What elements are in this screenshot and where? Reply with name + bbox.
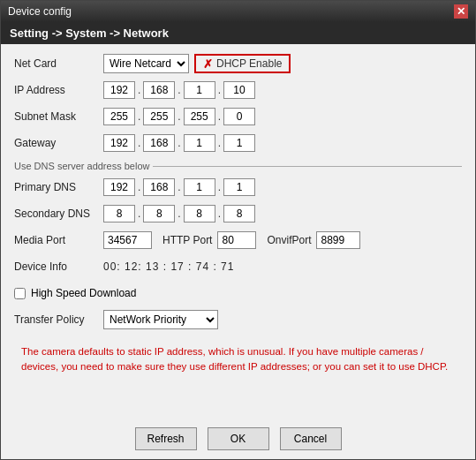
- primary-dns-fields: . . .: [103, 178, 255, 196]
- ip-address-fields: . . .: [103, 81, 255, 99]
- primary-dns-label: Primary DNS: [14, 181, 98, 193]
- device-info-value: 00: 12: 13 : 17 : 74 : 71: [103, 260, 234, 273]
- warning-message: The camera defaults to static IP address…: [14, 339, 462, 381]
- refresh-button[interactable]: Refresh: [135, 427, 197, 450]
- media-port-label: Media Port: [14, 234, 98, 246]
- content-area: Net Card Wire Netcard Wireless ✗ DHCP En…: [1, 44, 475, 420]
- dhcp-button[interactable]: ✗ DHCP Enable: [194, 54, 291, 73]
- primary-dns-octet-3[interactable]: [184, 178, 215, 196]
- ip-octet-3[interactable]: [184, 81, 215, 99]
- dhcp-checkbox-icon: ✗: [203, 57, 213, 71]
- gateway-octet-3[interactable]: [184, 134, 215, 152]
- dns-section-header: Use DNS server address below: [14, 161, 462, 171]
- net-card-label: Net Card: [14, 57, 98, 70]
- subnet-octet-3[interactable]: [184, 108, 215, 125]
- gateway-row: Gateway . . .: [14, 132, 462, 154]
- secondary-dns-label: Secondary DNS: [14, 207, 98, 220]
- primary-dns-octet-2[interactable]: [143, 178, 175, 196]
- breadcrumb: Setting -> System -> Network: [1, 22, 475, 44]
- gateway-octet-2[interactable]: [143, 134, 175, 152]
- secondary-dns-octet-1[interactable]: [103, 205, 135, 222]
- high-speed-row: High Speed Download: [14, 283, 462, 304]
- ok-button[interactable]: OK: [208, 427, 269, 450]
- onvif-port-input[interactable]: [316, 231, 360, 249]
- primary-dns-row: Primary DNS . . .: [14, 177, 462, 198]
- subnet-octet-1[interactable]: [103, 108, 135, 125]
- secondary-dns-row: Secondary DNS . . .: [14, 203, 462, 224]
- http-port-input[interactable]: [217, 231, 256, 249]
- net-card-select[interactable]: Wire Netcard Wireless: [103, 54, 189, 73]
- onvif-port-label: OnvifPort: [267, 234, 311, 246]
- net-card-row: Net Card Wire Netcard Wireless ✗ DHCP En…: [14, 53, 462, 74]
- http-port-label: HTTP Port: [162, 234, 212, 246]
- ip-octet-1[interactable]: [103, 81, 135, 99]
- close-button[interactable]: ✕: [454, 4, 468, 19]
- footer: Refresh OK Cancel: [1, 420, 475, 459]
- gateway-label: Gateway: [14, 137, 98, 149]
- transfer-policy-select[interactable]: NetWork Priority Local Priority Auto: [103, 310, 218, 329]
- subnet-mask-label: Subnet Mask: [14, 110, 98, 123]
- subnet-octet-4[interactable]: [223, 108, 255, 125]
- subnet-octet-2[interactable]: [143, 108, 175, 125]
- main-window: Device config ✕ Setting -> System -> Net…: [0, 0, 476, 460]
- dhcp-label: DHCP Enable: [216, 57, 282, 70]
- secondary-dns-octet-4[interactable]: [223, 205, 255, 222]
- ip-address-label: IP Address: [14, 84, 98, 96]
- ip-address-row: IP Address . . .: [14, 79, 462, 101]
- ip-octet-2[interactable]: [143, 81, 175, 99]
- secondary-dns-octet-2[interactable]: [143, 205, 175, 222]
- ip-octet-4[interactable]: [223, 81, 255, 99]
- cancel-button[interactable]: Cancel: [280, 427, 342, 450]
- subnet-mask-row: Subnet Mask . . .: [14, 106, 462, 127]
- transfer-policy-row: Transfer Policy NetWork Priority Local P…: [14, 309, 462, 330]
- primary-dns-octet-1[interactable]: [103, 178, 135, 196]
- device-info-row: Device Info 00: 12: 13 : 17 : 74 : 71: [14, 256, 462, 277]
- media-port-input[interactable]: [103, 231, 152, 249]
- high-speed-label: High Speed Download: [31, 287, 136, 299]
- gateway-octet-4[interactable]: [223, 134, 255, 152]
- transfer-policy-label: Transfer Policy: [14, 313, 98, 326]
- gateway-fields: . . .: [103, 134, 255, 152]
- secondary-dns-octet-3[interactable]: [184, 205, 215, 222]
- ports-row: Media Port HTTP Port OnvifPort: [14, 230, 462, 251]
- subnet-mask-fields: . . .: [103, 108, 255, 125]
- title-bar: Device config ✕: [1, 1, 475, 22]
- device-info-label: Device Info: [14, 260, 98, 273]
- secondary-dns-fields: . . .: [103, 205, 255, 222]
- high-speed-checkbox[interactable]: [14, 288, 26, 299]
- gateway-octet-1[interactable]: [103, 134, 135, 152]
- primary-dns-octet-4[interactable]: [223, 178, 255, 196]
- window-title: Device config: [8, 5, 72, 18]
